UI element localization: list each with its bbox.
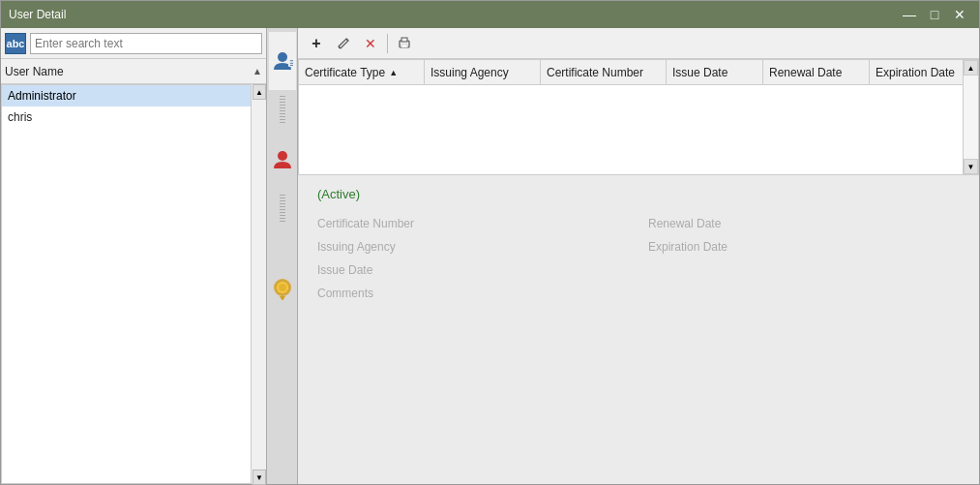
left-panel: abc User Name ▲ Administratorchris ▲ ▼ (1, 28, 267, 484)
certificate-table: Certificate Type ▲ Issuing Agency Certif… (298, 59, 979, 175)
th-expiration-date[interactable]: Expiration Date (870, 60, 963, 84)
svg-rect-9 (401, 45, 407, 47)
table-scroll-down[interactable]: ▼ (964, 159, 978, 174)
content-area: abc User Name ▲ Administratorchris ▲ ▼ (1, 28, 979, 484)
table-scrollbar: ▲ ▼ (963, 60, 978, 174)
th-issue-date-label: Issue Date (672, 66, 728, 79)
username-column-header: User Name (5, 65, 249, 78)
svg-point-0 (278, 52, 287, 62)
close-button[interactable]: ✕ (948, 5, 971, 24)
tab-user-info[interactable]: ≡ (269, 32, 296, 90)
middle-tab-bar: ≡ (267, 28, 298, 484)
scroll-up-btn[interactable]: ▲ (252, 84, 266, 100)
toolbar-separator (387, 34, 388, 53)
th-cert-type-label: Certificate Type (305, 66, 385, 79)
comments-label: Comments (317, 285, 629, 302)
table-main: Certificate Type ▲ Issuing Agency Certif… (299, 60, 963, 174)
search-input[interactable] (30, 33, 262, 54)
search-icon-box: abc (5, 33, 26, 54)
print-button[interactable] (392, 32, 417, 55)
table-scroll-track (964, 76, 978, 159)
renewal-date-label: Renewal Date (648, 215, 960, 232)
print-icon (398, 37, 411, 50)
th-cert-type-arrow: ▲ (389, 68, 398, 77)
th-certificate-type[interactable]: Certificate Type ▲ (299, 60, 425, 84)
issue-date-label: Issue Date (317, 261, 629, 279)
minimize-button[interactable]: — (898, 5, 921, 24)
table-scroll-up[interactable]: ▲ (964, 60, 978, 76)
search-bar: abc (1, 28, 266, 59)
edit-button[interactable] (331, 32, 356, 55)
table-header: Certificate Type ▲ Issuing Agency Certif… (299, 60, 963, 85)
panel-resize-handle[interactable] (280, 96, 285, 125)
panel-resize-handle-2[interactable] (280, 195, 285, 224)
add-button[interactable]: + (304, 32, 329, 55)
tab-role[interactable] (269, 131, 296, 189)
list-item[interactable]: chris (2, 106, 251, 128)
svg-point-3 (278, 151, 287, 161)
th-renewal-date[interactable]: Renewal Date (763, 60, 870, 84)
certificate-icon (270, 275, 295, 300)
table-body (299, 85, 963, 174)
scroll-down-btn[interactable]: ▼ (252, 470, 266, 484)
right-panel: + ✕ (298, 28, 979, 484)
svg-point-6 (279, 284, 286, 291)
tab-certificate[interactable] (269, 258, 296, 317)
th-cert-num-label: Certificate Number (547, 66, 643, 79)
title-bar: User Detail — □ ✕ (1, 1, 979, 28)
user-list-header[interactable]: User Name ▲ (1, 59, 266, 84)
user-blue-icon: ≡ (272, 50, 293, 72)
toolbar: + ✕ (298, 28, 979, 59)
comments-placeholder (648, 261, 960, 279)
th-expiration-date-label: Expiration Date (876, 66, 955, 79)
th-issue-date[interactable]: Issue Date (667, 60, 763, 84)
th-renewal-date-label: Renewal Date (769, 66, 842, 79)
issuing-agency-label: Issuing Agency (317, 238, 629, 256)
user-list[interactable]: Administratorchris (1, 84, 251, 484)
svg-text:≡: ≡ (289, 56, 293, 70)
window-controls: — □ ✕ (898, 5, 971, 24)
th-agency-label: Issuing Agency (431, 66, 509, 79)
cert-number-label: Certificate Number (317, 215, 629, 232)
svg-rect-8 (401, 38, 407, 42)
main-window: User Detail — □ ✕ abc User Name ▲ (0, 0, 980, 485)
delete-button[interactable]: ✕ (358, 32, 383, 55)
user-list-scrollbar[interactable]: ▲ ▼ (251, 84, 266, 484)
expiration-date-label: Expiration Date (648, 238, 960, 256)
list-item[interactable]: Administrator (2, 85, 251, 106)
status-badge: (Active) (317, 187, 960, 201)
sort-arrow-icon: ▲ (252, 66, 262, 76)
user-red-icon (272, 149, 293, 170)
details-area: (Active) Certificate Number Renewal Date… (298, 175, 979, 484)
th-issuing-agency[interactable]: Issuing Agency (425, 60, 541, 84)
th-certificate-number[interactable]: Certificate Number (541, 60, 667, 84)
maximize-button[interactable]: □ (923, 5, 946, 24)
window-title: User Detail (9, 8, 66, 21)
search-icon: abc (7, 38, 25, 49)
details-fields: Certificate Number Renewal Date Issuing … (317, 215, 960, 302)
edit-icon (337, 37, 350, 50)
